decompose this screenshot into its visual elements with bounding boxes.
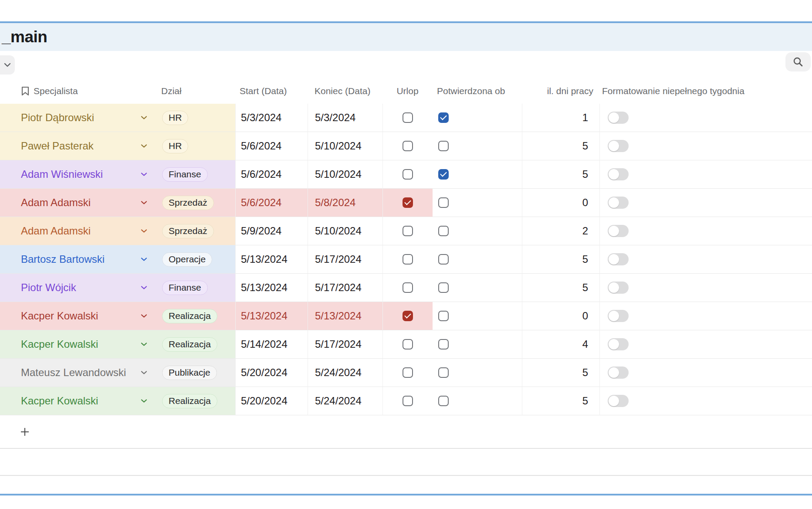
cell-confirmed[interactable]	[433, 245, 522, 274]
chevron-down-icon[interactable]	[141, 258, 147, 261]
column-header-formatowanie[interactable]: Formatowanie niepełnego tygodnia	[599, 78, 812, 104]
cell-workdays[interactable]: 5	[522, 387, 599, 415]
week-format-toggle[interactable]	[608, 366, 629, 379]
column-header-start[interactable]: Start (Data)	[235, 78, 308, 104]
cell-end-date[interactable]: 5/8/2024	[308, 189, 382, 217]
cell-end-date[interactable]: 5/10/2024	[308, 132, 382, 160]
chevron-down-icon[interactable]	[141, 371, 147, 375]
cell-end-date[interactable]: 5/13/2024	[308, 302, 382, 330]
cell-department[interactable]: HR	[160, 132, 235, 160]
cell-start-date[interactable]: 5/6/2024	[235, 132, 308, 160]
cell-week-format[interactable]	[599, 274, 812, 302]
cell-start-date[interactable]: 5/13/2024	[235, 245, 308, 274]
chevron-down-icon[interactable]	[141, 116, 147, 120]
cell-confirmed[interactable]	[433, 274, 522, 302]
week-format-toggle[interactable]	[608, 225, 629, 237]
cell-confirmed[interactable]	[433, 330, 522, 359]
column-header-koniec[interactable]: Koniec (Data)	[308, 78, 382, 104]
cell-week-format[interactable]	[599, 189, 812, 217]
cell-end-date[interactable]: 5/17/2024	[308, 274, 382, 302]
cell-department[interactable]: Realizacja	[160, 302, 235, 330]
cell-department[interactable]: HR	[160, 104, 235, 132]
cell-end-date[interactable]: 5/10/2024	[308, 217, 382, 245]
cell-vacation[interactable]	[382, 387, 433, 415]
add-row-button[interactable]	[20, 427, 30, 437]
week-format-toggle[interactable]	[608, 112, 629, 124]
confirmed-checkbox[interactable]	[438, 197, 449, 208]
column-header-urlop[interactable]: Urlop	[382, 78, 433, 104]
chevron-down-icon[interactable]	[141, 144, 147, 148]
cell-vacation[interactable]	[382, 302, 433, 330]
week-format-toggle[interactable]	[608, 253, 629, 265]
cell-department[interactable]: Publikacje	[160, 359, 235, 387]
cell-workdays[interactable]: 5	[522, 160, 599, 189]
confirmed-checkbox[interactable]	[438, 396, 449, 406]
cell-end-date[interactable]: 5/17/2024	[308, 245, 382, 274]
cell-vacation[interactable]	[382, 359, 433, 387]
chevron-down-icon[interactable]	[141, 399, 147, 403]
cell-confirmed[interactable]	[433, 132, 522, 160]
cell-workdays[interactable]: 0	[522, 189, 599, 217]
column-header-dni-pracy[interactable]: il. dni pracy	[522, 78, 599, 104]
cell-department[interactable]: Realizacja	[160, 387, 235, 415]
confirmed-checkbox[interactable]	[438, 367, 449, 378]
week-format-toggle[interactable]	[608, 140, 629, 152]
cell-specialist[interactable]: Adam Adamski	[0, 189, 160, 217]
cell-specialist[interactable]: Piotr Wójcik	[0, 274, 160, 302]
cell-week-format[interactable]	[599, 132, 812, 160]
cell-start-date[interactable]: 5/3/2024	[235, 104, 308, 132]
cell-vacation[interactable]	[382, 245, 433, 274]
cell-specialist[interactable]: Piotr Dąbrowski	[0, 104, 160, 132]
confirmed-checkbox[interactable]	[438, 254, 449, 265]
confirmed-checkbox[interactable]	[438, 339, 449, 350]
cell-specialist[interactable]: Adam Wiśniewski	[0, 160, 160, 189]
cell-workdays[interactable]: 2	[522, 217, 599, 245]
cell-specialist[interactable]: Bartosz Bartowski	[0, 245, 160, 274]
cell-start-date[interactable]: 5/6/2024	[235, 189, 308, 217]
cell-workdays[interactable]: 5	[522, 132, 599, 160]
cell-week-format[interactable]	[599, 160, 812, 189]
cell-specialist[interactable]: Kacper Kowalski	[0, 387, 160, 415]
week-format-toggle[interactable]	[608, 310, 629, 322]
chevron-down-icon[interactable]	[141, 314, 147, 318]
cell-specialist[interactable]: Mateusz Lewandowski	[0, 359, 160, 387]
cell-confirmed[interactable]	[433, 302, 522, 330]
cell-department[interactable]: Finanse	[160, 274, 235, 302]
confirmed-checkbox[interactable]	[438, 169, 449, 180]
chevron-down-icon[interactable]	[141, 229, 147, 233]
cell-vacation[interactable]	[382, 160, 433, 189]
cell-specialist[interactable]: Kacper Kowalski	[0, 330, 160, 359]
cell-start-date[interactable]: 5/20/2024	[235, 359, 308, 387]
cell-week-format[interactable]	[599, 387, 812, 415]
cell-start-date[interactable]: 5/20/2024	[235, 387, 308, 415]
week-format-toggle[interactable]	[608, 168, 629, 180]
cell-end-date[interactable]: 5/10/2024	[308, 160, 382, 189]
column-header-specjalista[interactable]: Specjalista	[0, 78, 160, 104]
cell-start-date[interactable]: 5/13/2024	[235, 302, 308, 330]
vacation-checkbox[interactable]	[403, 141, 413, 151]
cell-vacation[interactable]	[382, 330, 433, 359]
cell-start-date[interactable]: 5/13/2024	[235, 274, 308, 302]
column-header-dzial[interactable]: Dział	[160, 78, 235, 104]
cell-confirmed[interactable]	[433, 189, 522, 217]
chevron-down-icon[interactable]	[141, 343, 147, 346]
confirmed-checkbox[interactable]	[438, 112, 449, 123]
cell-confirmed[interactable]	[433, 104, 522, 132]
cell-workdays[interactable]: 5	[522, 359, 599, 387]
cell-workdays[interactable]: 5	[522, 274, 599, 302]
cell-week-format[interactable]	[599, 330, 812, 359]
vacation-checkbox[interactable]	[403, 254, 413, 265]
cell-confirmed[interactable]	[433, 217, 522, 245]
cell-workdays[interactable]: 5	[522, 245, 599, 274]
chevron-down-icon[interactable]	[141, 201, 147, 205]
cell-vacation[interactable]	[382, 217, 433, 245]
week-format-toggle[interactable]	[608, 395, 629, 407]
confirmed-checkbox[interactable]	[438, 311, 449, 321]
search-button[interactable]	[785, 52, 811, 71]
cell-week-format[interactable]	[599, 104, 812, 132]
cell-vacation[interactable]	[382, 274, 433, 302]
cell-confirmed[interactable]	[433, 387, 522, 415]
cell-vacation[interactable]	[382, 132, 433, 160]
cell-start-date[interactable]: 5/9/2024	[235, 217, 308, 245]
vacation-checkbox[interactable]	[403, 367, 413, 378]
